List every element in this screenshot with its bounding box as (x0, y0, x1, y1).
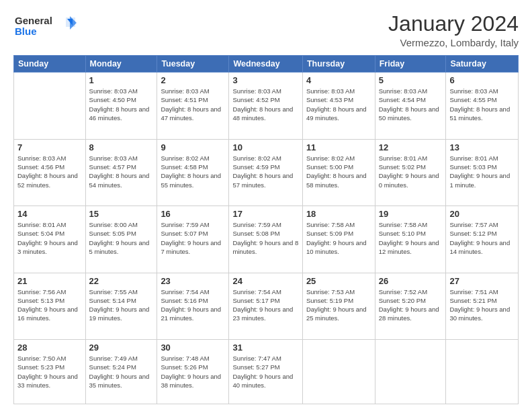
location: Vermezzo, Lombardy, Italy (388, 37, 519, 48)
day-number: 5 (379, 75, 443, 85)
calendar-day-cell: 28Sunrise: 7:50 AMSunset: 5:23 PMDayligh… (14, 339, 86, 404)
calendar-day-cell: 11Sunrise: 8:02 AMSunset: 5:00 PMDayligh… (302, 139, 375, 205)
day-number: 19 (379, 209, 443, 219)
calendar-day-cell: 16Sunrise: 7:59 AMSunset: 5:07 PMDayligh… (157, 206, 229, 273)
weekday-header: Saturday (446, 56, 519, 73)
day-info: Sunrise: 8:03 AMSunset: 4:57 PMDaylight:… (89, 154, 154, 189)
calendar-day-cell: 8Sunrise: 8:03 AMSunset: 4:57 PMDaylight… (85, 139, 157, 205)
day-info: Sunrise: 7:52 AMSunset: 5:20 PMDaylight:… (379, 287, 443, 323)
day-number: 15 (89, 209, 154, 219)
day-number: 18 (306, 209, 371, 219)
day-number: 23 (161, 276, 225, 286)
day-info: Sunrise: 8:01 AMSunset: 5:04 PMDaylight:… (17, 220, 82, 256)
calendar-table: SundayMondayTuesdayWednesdayThursdayFrid… (13, 55, 519, 404)
day-info: Sunrise: 7:58 AMSunset: 5:10 PMDaylight:… (379, 220, 443, 256)
calendar-day-cell (302, 339, 375, 404)
day-info: Sunrise: 8:02 AMSunset: 4:59 PMDaylight:… (232, 154, 298, 189)
day-number: 2 (161, 75, 225, 85)
day-number: 17 (232, 209, 298, 219)
day-number: 25 (306, 276, 371, 286)
day-number: 8 (89, 142, 154, 152)
day-number: 12 (379, 142, 443, 152)
day-info: Sunrise: 7:50 AMSunset: 5:23 PMDaylight:… (17, 354, 82, 390)
calendar-day-cell: 31Sunrise: 7:47 AMSunset: 5:27 PMDayligh… (229, 339, 302, 404)
day-info: Sunrise: 8:02 AMSunset: 5:00 PMDaylight:… (306, 154, 371, 189)
day-number: 22 (89, 276, 154, 286)
header: General Blue January 2024 Vermezzo, Lomb… (13, 12, 519, 48)
calendar-day-cell: 21Sunrise: 7:56 AMSunset: 5:13 PMDayligh… (14, 273, 86, 339)
logo: General Blue (13, 12, 84, 43)
calendar-day-cell: 14Sunrise: 8:01 AMSunset: 5:04 PMDayligh… (14, 206, 86, 273)
weekday-header: Wednesday (229, 56, 302, 73)
weekday-header-row: SundayMondayTuesdayWednesdayThursdayFrid… (14, 56, 519, 73)
calendar-day-cell: 26Sunrise: 7:52 AMSunset: 5:20 PMDayligh… (375, 273, 446, 339)
calendar-day-cell (446, 339, 519, 404)
day-number: 29 (89, 342, 154, 353)
day-number: 30 (161, 342, 225, 353)
calendar-week-row: 28Sunrise: 7:50 AMSunset: 5:23 PMDayligh… (14, 339, 519, 404)
calendar-day-cell: 13Sunrise: 8:01 AMSunset: 5:03 PMDayligh… (446, 139, 519, 205)
calendar-day-cell: 15Sunrise: 8:00 AMSunset: 5:05 PMDayligh… (85, 206, 157, 273)
day-number: 9 (161, 142, 225, 152)
calendar-day-cell: 25Sunrise: 7:53 AMSunset: 5:19 PMDayligh… (302, 273, 375, 339)
day-info: Sunrise: 8:02 AMSunset: 4:58 PMDaylight:… (161, 154, 225, 189)
day-info: Sunrise: 7:51 AMSunset: 5:21 PMDaylight:… (449, 287, 515, 323)
day-info: Sunrise: 7:47 AMSunset: 5:27 PMDaylight:… (232, 354, 298, 390)
calendar-day-cell: 24Sunrise: 7:54 AMSunset: 5:17 PMDayligh… (229, 273, 302, 339)
day-number: 24 (232, 276, 298, 286)
weekday-header: Thursday (302, 56, 375, 73)
day-number: 21 (17, 276, 82, 286)
calendar-day-cell (14, 73, 86, 139)
calendar-week-row: 14Sunrise: 8:01 AMSunset: 5:04 PMDayligh… (14, 206, 519, 273)
calendar-day-cell: 9Sunrise: 8:02 AMSunset: 4:58 PMDaylight… (157, 139, 229, 205)
day-info: Sunrise: 8:01 AMSunset: 5:02 PMDaylight:… (379, 154, 443, 189)
day-info: Sunrise: 8:03 AMSunset: 4:54 PMDaylight:… (379, 87, 443, 122)
calendar-day-cell: 18Sunrise: 7:58 AMSunset: 5:09 PMDayligh… (302, 206, 375, 273)
day-number: 10 (232, 142, 298, 152)
calendar-day-cell: 1Sunrise: 8:03 AMSunset: 4:50 PMDaylight… (85, 73, 157, 139)
day-number: 20 (449, 209, 515, 219)
day-info: Sunrise: 8:00 AMSunset: 5:05 PMDaylight:… (89, 220, 154, 256)
calendar-day-cell: 2Sunrise: 8:03 AMSunset: 4:51 PMDaylight… (157, 73, 229, 139)
day-number: 13 (449, 142, 515, 152)
day-info: Sunrise: 8:03 AMSunset: 4:56 PMDaylight:… (17, 154, 82, 189)
weekday-header: Monday (85, 56, 157, 73)
day-info: Sunrise: 7:58 AMSunset: 5:09 PMDaylight:… (306, 220, 371, 256)
day-number: 28 (17, 342, 82, 353)
calendar-day-cell: 6Sunrise: 8:03 AMSunset: 4:55 PMDaylight… (446, 73, 519, 139)
day-info: Sunrise: 7:53 AMSunset: 5:19 PMDaylight:… (306, 287, 371, 323)
calendar-day-cell: 23Sunrise: 7:54 AMSunset: 5:16 PMDayligh… (157, 273, 229, 339)
logo-svg: General Blue (13, 12, 84, 40)
day-number: 26 (379, 276, 443, 286)
calendar-day-cell (375, 339, 446, 404)
calendar-week-row: 7Sunrise: 8:03 AMSunset: 4:56 PMDaylight… (14, 139, 519, 205)
day-info: Sunrise: 8:03 AMSunset: 4:51 PMDaylight:… (161, 87, 225, 122)
calendar-day-cell: 27Sunrise: 7:51 AMSunset: 5:21 PMDayligh… (446, 273, 519, 339)
day-info: Sunrise: 7:54 AMSunset: 5:16 PMDaylight:… (161, 287, 225, 323)
day-number: 4 (306, 75, 371, 85)
weekday-header: Friday (375, 56, 446, 73)
title-block: January 2024 Vermezzo, Lombardy, Italy (388, 12, 519, 48)
calendar-day-cell: 19Sunrise: 7:58 AMSunset: 5:10 PMDayligh… (375, 206, 446, 273)
day-number: 27 (449, 276, 515, 286)
day-info: Sunrise: 8:01 AMSunset: 5:03 PMDaylight:… (449, 154, 515, 189)
calendar-day-cell: 3Sunrise: 8:03 AMSunset: 4:52 PMDaylight… (229, 73, 302, 139)
day-info: Sunrise: 8:03 AMSunset: 4:53 PMDaylight:… (306, 87, 371, 122)
day-number: 3 (232, 75, 298, 85)
svg-text:Blue: Blue (15, 26, 37, 37)
day-info: Sunrise: 7:57 AMSunset: 5:12 PMDaylight:… (449, 220, 515, 256)
day-number: 14 (17, 209, 82, 219)
page: General Blue January 2024 Vermezzo, Lomb… (0, 0, 532, 411)
day-info: Sunrise: 7:49 AMSunset: 5:24 PMDaylight:… (89, 354, 154, 390)
day-info: Sunrise: 7:48 AMSunset: 5:26 PMDaylight:… (161, 354, 225, 390)
day-info: Sunrise: 7:55 AMSunset: 5:14 PMDaylight:… (89, 287, 154, 323)
day-number: 11 (306, 142, 371, 152)
day-info: Sunrise: 8:03 AMSunset: 4:55 PMDaylight:… (449, 87, 515, 122)
svg-text:General: General (15, 15, 52, 26)
calendar-day-cell: 5Sunrise: 8:03 AMSunset: 4:54 PMDaylight… (375, 73, 446, 139)
day-number: 7 (17, 142, 82, 152)
calendar-day-cell: 30Sunrise: 7:48 AMSunset: 5:26 PMDayligh… (157, 339, 229, 404)
day-number: 6 (449, 75, 515, 85)
calendar-week-row: 21Sunrise: 7:56 AMSunset: 5:13 PMDayligh… (14, 273, 519, 339)
day-info: Sunrise: 7:59 AMSunset: 5:07 PMDaylight:… (161, 220, 225, 256)
